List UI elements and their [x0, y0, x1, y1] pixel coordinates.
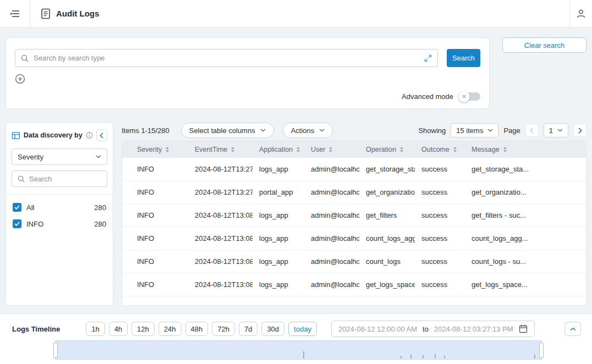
page-size-select[interactable]: 15 items — [451, 123, 498, 137]
sort-icon — [329, 147, 332, 152]
actions-label: Actions — [291, 126, 315, 135]
brush-handle-right[interactable] — [539, 343, 544, 358]
date-to-label: to — [423, 325, 429, 333]
filter-list: All 280 INFO 280 — [6, 194, 113, 232]
sort-icon — [453, 147, 457, 152]
filter-item-info[interactable]: INFO 280 — [13, 216, 106, 232]
chevron-up-icon — [570, 327, 576, 331]
table-row[interactable]: INFO2024-08-12T13:27:...logs_appadmin@lo… — [122, 158, 586, 181]
timeline-histogram-bar — [303, 351, 304, 359]
calendar-icon — [519, 324, 528, 333]
data-discovery-title: Data discovery by — [24, 131, 83, 139]
discovery-field-select[interactable]: Severity — [12, 148, 107, 165]
prev-page-button[interactable] — [525, 124, 539, 137]
advanced-mode-toggle[interactable]: ✕ — [458, 92, 480, 101]
sort-icon — [297, 147, 300, 152]
range-30d-button[interactable]: 30d — [261, 322, 284, 336]
table-toolbar: Items 1-15/280 Select table columns Acti… — [122, 122, 586, 139]
column-header-eventtime[interactable]: EventTime — [188, 141, 253, 158]
brush-handle-left[interactable] — [53, 343, 58, 358]
search-button[interactable]: Search — [447, 49, 480, 67]
clear-search-button[interactable]: Clear search — [502, 37, 586, 53]
select-columns-label: Select table columns — [189, 126, 255, 135]
table-row[interactable]: INFO2024-08-12T13:08:...logs_appadmin@lo… — [122, 296, 586, 306]
timeline-histogram-bar — [401, 356, 402, 359]
range-72h-button[interactable]: 72h — [212, 322, 235, 336]
table-row[interactable]: INFO2024-08-12T13:08:...logs_appadmin@lo… — [122, 227, 586, 250]
table-row[interactable]: INFO2024-08-12T13:08:...logs_appadmin@lo… — [122, 250, 586, 273]
range-today-button[interactable]: today — [288, 322, 317, 336]
column-header-application[interactable]: Application — [253, 141, 304, 158]
range-24h-button[interactable]: 24h — [158, 322, 182, 336]
timeline-title: Logs Timeline — [12, 325, 60, 333]
sort-icon — [503, 147, 507, 152]
page-value: 1 — [549, 126, 553, 135]
select-columns-button[interactable]: Select table columns — [181, 123, 274, 138]
date-from: 2024-08-12 12:00:00 AM — [338, 325, 417, 333]
range-48h-button[interactable]: 48h — [185, 322, 209, 336]
expand-search-button[interactable] — [424, 54, 432, 62]
audit-logs-table-card: Severity EventTime Application User Oper… — [122, 141, 586, 306]
filter-label: INFO — [26, 220, 43, 228]
checkbox-checked-icon[interactable] — [13, 203, 21, 212]
range-12h-button[interactable]: 12h — [131, 322, 155, 336]
search-icon — [21, 54, 29, 62]
page-title: Audit Logs — [56, 9, 99, 18]
toggle-off-icon: ✕ — [458, 91, 470, 102]
data-discovery-header: Data discovery by — [12, 129, 107, 141]
table-section: Items 1-15/280 Select table columns Acti… — [122, 122, 586, 306]
next-page-button[interactable] — [573, 124, 586, 137]
timeline-brush — [0, 340, 592, 362]
search-icon — [18, 175, 25, 183]
sidebar-toggle-button[interactable] — [0, 0, 30, 27]
main-content: Data discovery by Severity — [6, 122, 586, 306]
showing-label: Showing — [418, 126, 446, 135]
filter-search-input[interactable] — [29, 175, 101, 183]
collapse-panel-button[interactable] — [96, 129, 107, 141]
chevron-right-icon — [578, 128, 582, 134]
page-size-value: 15 items — [456, 126, 483, 135]
audit-logs-icon — [41, 8, 51, 19]
data-discovery-panel: Data discovery by Severity — [6, 122, 113, 306]
user-icon — [575, 8, 586, 19]
discovery-field-value: Severity — [18, 153, 43, 161]
timeline-histogram-bar — [444, 356, 445, 359]
logs-timeline-section: Logs Timeline 1h 4h 12h 24h 48h 72h 7d 3… — [0, 313, 592, 364]
date-range-picker[interactable]: 2024-08-12 12:00:00 AM to 2024-08-12 03:… — [331, 321, 535, 337]
range-7d-button[interactable]: 7d — [239, 322, 257, 336]
page-label: Page — [503, 126, 520, 135]
app-title-group: Audit Logs — [30, 0, 569, 27]
collapse-timeline-button[interactable] — [564, 322, 581, 336]
search-section: Search Advanced mode ✕ Clear search — [6, 37, 586, 109]
info-icon[interactable] — [86, 131, 93, 139]
timeline-selected-range[interactable] — [55, 340, 542, 360]
range-1h-button[interactable]: 1h — [86, 322, 105, 336]
table-row[interactable]: INFO2024-08-12T13:27:...portal_appadmin@… — [122, 181, 586, 204]
filter-search-wrapper — [12, 170, 107, 187]
expand-icon — [424, 54, 432, 62]
actions-button[interactable]: Actions — [283, 123, 333, 138]
menu-collapse-icon — [10, 10, 20, 18]
search-panel: Search Advanced mode ✕ — [6, 37, 490, 109]
column-header-outcome[interactable]: Outcome — [415, 141, 465, 158]
user-menu-button[interactable] — [569, 0, 592, 27]
checkbox-checked-icon[interactable] — [13, 219, 21, 228]
table-row[interactable]: INFO2024-08-12T13:08:...logs_appadmin@lo… — [122, 273, 586, 296]
add-search-criteria-button[interactable] — [15, 74, 25, 84]
search-input[interactable] — [34, 54, 419, 62]
chevron-left-icon — [100, 133, 103, 139]
table-row[interactable]: INFO2024-08-12T13:08:...logs_appadmin@lo… — [122, 204, 586, 227]
page-select[interactable]: 1 — [544, 123, 568, 137]
column-header-user[interactable]: User — [304, 141, 359, 158]
pagination-controls: Showing 15 items Page 1 — [418, 123, 586, 137]
filter-item-all[interactable]: All 280 — [13, 199, 106, 216]
range-4h-button[interactable]: 4h — [109, 322, 128, 336]
timeline-controls: Logs Timeline 1h 4h 12h 24h 48h 72h 7d 3… — [0, 314, 592, 337]
column-header-severity[interactable]: Severity — [122, 141, 188, 158]
advanced-mode-label: Advanced mode — [402, 92, 453, 101]
timeline-histogram-bar — [423, 355, 424, 359]
column-header-message[interactable]: Message — [465, 141, 586, 158]
items-summary: Items 1-15/280 — [122, 126, 169, 135]
column-header-operation[interactable]: Operation — [359, 141, 415, 158]
search-input-wrapper — [15, 49, 438, 67]
